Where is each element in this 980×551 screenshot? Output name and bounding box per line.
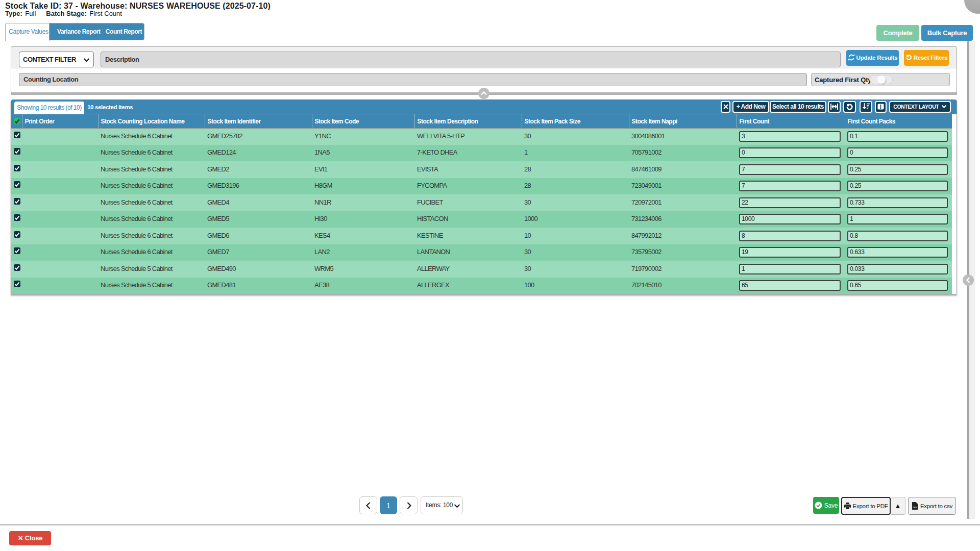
svg-text:csv: csv — [913, 506, 917, 509]
